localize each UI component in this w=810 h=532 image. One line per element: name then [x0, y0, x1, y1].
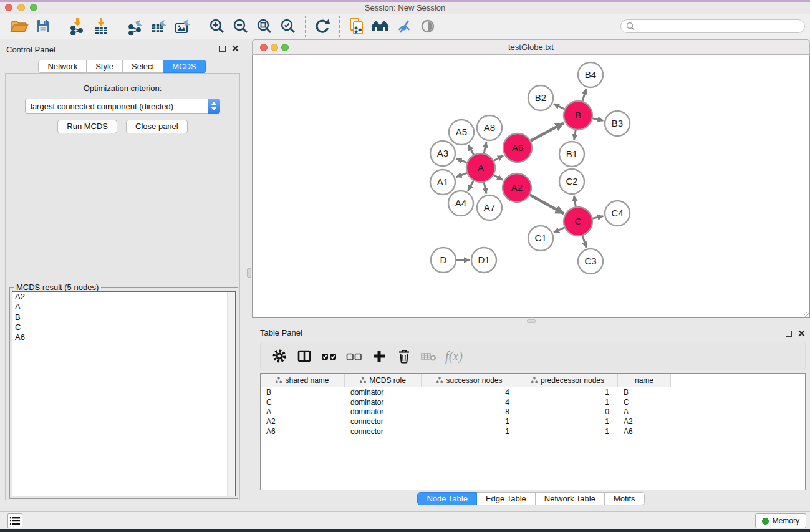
import-network-button[interactable]	[65, 16, 89, 37]
table-cell: A	[261, 407, 345, 416]
table-row[interactable]: Bdominator41B	[261, 387, 805, 397]
tab-node-table[interactable]: Node Table	[417, 492, 477, 505]
first-neighbors-button[interactable]	[369, 16, 392, 37]
graph-node-label: C3	[584, 256, 596, 266]
hide-graphics-icon	[395, 17, 413, 35]
duplicate-network-button[interactable]	[345, 16, 369, 37]
graph-node-label: A4	[455, 198, 466, 208]
save-session-button[interactable]	[31, 16, 55, 37]
table-row[interactable]: Adominator80A	[261, 407, 805, 417]
optimization-criterion-dropdown[interactable]: largest connected component (directed)	[25, 99, 220, 114]
graph-node-label: B1	[566, 148, 577, 159]
minimize-window-button[interactable]	[17, 4, 25, 11]
show-columns-button[interactable]	[293, 345, 316, 367]
table-row[interactable]: Cdominator41C	[261, 397, 805, 407]
export-image-button[interactable]	[171, 16, 195, 37]
minimize-network-button[interactable]	[271, 44, 278, 51]
network-view-window: testGlobe.txt AA1A2A3A4A5A6A7A8BB1B2B3B4…	[252, 39, 810, 318]
table-cell: connector	[345, 417, 422, 426]
zoom-in-button[interactable]	[205, 16, 229, 37]
graph-node-label: D	[440, 254, 447, 265]
table-cell: A6	[261, 427, 345, 436]
table-cell: 1	[518, 388, 618, 397]
optimization-criterion-label: Optimization criterion:	[6, 84, 239, 93]
table-row[interactable]: A6connector11A6	[261, 427, 805, 437]
open-session-button[interactable]	[7, 16, 31, 37]
close-panel-icon[interactable]	[232, 45, 239, 52]
tab-select[interactable]: Select	[123, 60, 163, 73]
table-panel: Table Panel	[252, 324, 810, 511]
export-network-icon	[127, 17, 144, 35]
home-icon	[371, 19, 390, 34]
toolbar-search[interactable]	[620, 19, 805, 33]
table-panel-title: Table Panel	[260, 328, 302, 337]
zoom-selected-button[interactable]	[276, 16, 300, 37]
show-graphics-details-button[interactable]	[416, 16, 440, 37]
close-panel-button[interactable]: Close panel	[126, 120, 188, 133]
tab-edge-table[interactable]: Edge Table	[477, 492, 536, 505]
refresh-icon	[314, 18, 330, 34]
function-builder-button[interactable]: f(x)	[443, 345, 465, 367]
close-network-button[interactable]	[260, 44, 268, 51]
column-header-shared-name[interactable]: shared name	[261, 374, 345, 387]
tab-style[interactable]: Style	[87, 60, 123, 73]
column-header-name[interactable]: name	[618, 374, 671, 387]
tab-network-table[interactable]: Network Table	[536, 492, 605, 505]
result-item[interactable]: A	[12, 302, 235, 312]
zoom-out-button[interactable]	[229, 16, 253, 37]
deselect-all-rows-button[interactable]	[343, 345, 365, 367]
column-header-successor-nodes[interactable]: successor nodes	[422, 374, 518, 387]
zoom-network-button[interactable]	[281, 44, 289, 51]
result-item[interactable]: C	[12, 322, 235, 332]
close-table-panel-icon[interactable]	[798, 330, 805, 337]
task-history-button[interactable]	[7, 513, 22, 528]
result-item[interactable]: A2	[12, 292, 235, 302]
node-table[interactable]: shared nameMCDS rolesuccessor nodesprede…	[260, 373, 806, 490]
result-item[interactable]: B	[12, 312, 235, 322]
hierarchy-icon	[276, 377, 282, 384]
search-input[interactable]	[638, 22, 799, 31]
graph-node-label: C	[575, 216, 582, 226]
close-window-button[interactable]	[5, 4, 12, 11]
create-new-column-button[interactable]	[368, 345, 390, 367]
column-header-predecessor-nodes[interactable]: predecessor nodes	[518, 374, 618, 387]
float-table-panel-icon[interactable]	[786, 331, 792, 337]
export-table-button[interactable]	[147, 16, 171, 37]
panel-splitter-handle[interactable]	[247, 268, 251, 278]
export-network-button[interactable]	[123, 16, 147, 37]
table-cell: dominator	[345, 398, 422, 407]
hierarchy-icon	[360, 377, 366, 384]
result-list-scrollbar[interactable]	[227, 292, 235, 496]
apply-layout-button[interactable]	[311, 16, 334, 37]
run-mcds-button[interactable]: Run MCDS	[57, 120, 117, 133]
table-splitter-handle[interactable]	[527, 319, 536, 323]
hide-selected-button[interactable]	[392, 16, 416, 37]
list-icon	[10, 516, 20, 525]
zoom-window-button[interactable]	[30, 4, 37, 11]
result-item[interactable]: A6	[12, 332, 235, 342]
memory-button[interactable]: Memory	[755, 513, 806, 528]
export-table-icon	[150, 17, 168, 35]
resize-grip-icon[interactable]	[801, 309, 809, 317]
mcds-result-items: A2ABCA6	[12, 292, 235, 342]
tab-mcds[interactable]: MCDS	[163, 60, 205, 73]
table-cell: 1	[422, 427, 518, 436]
select-all-rows-button[interactable]	[318, 345, 340, 367]
table-row[interactable]: A2connector11A2	[261, 417, 805, 427]
zoom-fit-button[interactable]	[253, 16, 276, 37]
tab-motifs[interactable]: Motifs	[605, 492, 645, 505]
network-window-title: testGlobe.txt	[253, 40, 809, 55]
import-table-button[interactable]	[89, 16, 113, 37]
mcds-result-list[interactable]: A2ABCA6	[12, 291, 236, 496]
tab-network[interactable]: Network	[38, 60, 87, 73]
function-fx-icon: f(x)	[445, 349, 463, 364]
network-canvas[interactable]: AA1A2A3A4A5A6A7A8BB1B2B3B4CC1C2C3C4DD1	[252, 55, 810, 318]
column-header-MCDS-role[interactable]: MCDS role	[345, 374, 422, 387]
float-panel-icon[interactable]	[219, 46, 226, 52]
table-options-button[interactable]	[268, 345, 291, 367]
table-cell: A6	[618, 427, 671, 436]
network-window-titlebar[interactable]: testGlobe.txt	[252, 39, 810, 55]
search-icon	[626, 22, 635, 31]
delete-rows-button[interactable]	[393, 345, 415, 367]
delete-columns-button[interactable]	[418, 345, 440, 367]
